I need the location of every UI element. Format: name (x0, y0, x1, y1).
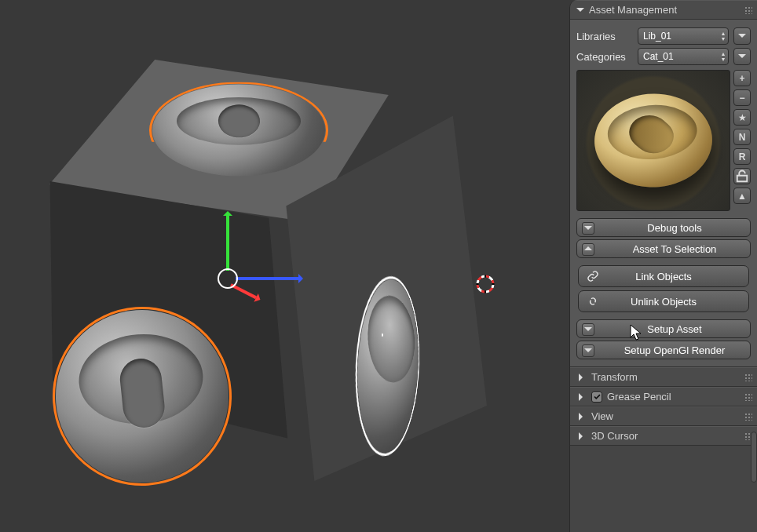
chevron-down-icon (738, 34, 746, 42)
origin-dot (141, 372, 144, 375)
grease-title: Grease Pencil (607, 391, 671, 403)
unlink-objects-label: Unlink Objects (631, 296, 697, 308)
expand-icon (579, 393, 587, 401)
libraries-label: Libraries (576, 31, 633, 42)
drag-grip-icon[interactable] (744, 6, 752, 14)
chevron-up-icon (582, 243, 594, 256)
panel-header-view[interactable]: View (570, 406, 757, 426)
check-icon (593, 392, 602, 401)
link-icon (587, 270, 599, 285)
setup-render-label: Setup OpenGl Render (624, 344, 726, 356)
debug-tools-button[interactable]: Debug tools (576, 218, 751, 237)
asset-preview[interactable] (576, 70, 730, 211)
link-objects-label: Link Objects (635, 271, 692, 282)
grease-pencil-checkbox[interactable] (591, 392, 602, 403)
categories-value: Cat_01 (643, 51, 674, 62)
updown-icon: ▴▾ (722, 51, 725, 62)
asset-to-selection-label: Asset To Selection (633, 243, 717, 255)
asset-to-selection-button[interactable]: Asset To Selection (576, 239, 751, 258)
asset-thumbnail (589, 89, 718, 192)
origin-dot (236, 134, 239, 137)
drag-grip-icon[interactable] (744, 373, 752, 381)
gizmo-center[interactable] (218, 268, 238, 289)
libraries-dropdown[interactable]: Lib_01 ▴▾ (638, 27, 729, 45)
viewport-3d[interactable] (0, 0, 569, 532)
categories-label: Categories (576, 51, 633, 63)
properties-panel: Asset Management Libraries Lib_01 ▴▾ Cat… (569, 0, 757, 532)
panel-scrollbar[interactable] (751, 432, 757, 483)
drag-grip-icon[interactable] (744, 393, 752, 401)
add-button[interactable]: + (733, 70, 751, 86)
panel-title: Asset Management (589, 4, 677, 16)
gizmo-axis-y[interactable] (236, 277, 298, 280)
unlink-objects-button[interactable]: Unlink Objects (578, 290, 749, 312)
preview-toolbar: + − ★ N R ▲ (733, 70, 751, 211)
n-button[interactable]: N (733, 129, 751, 145)
libraries-value: Lib_01 (643, 31, 671, 42)
updown-icon: ▴▾ (722, 31, 725, 42)
chevron-down-icon (582, 222, 594, 235)
asset-management-body: Libraries Lib_01 ▴▾ Categories Cat_01 ▴▾ (570, 20, 757, 367)
panel-header-grease-pencil[interactable]: Grease Pencil (570, 387, 757, 406)
panel-header-transform[interactable]: Transform (570, 367, 757, 387)
unlink-icon (587, 295, 599, 310)
lock-button[interactable] (733, 168, 751, 184)
panel-header-3d-cursor[interactable]: 3D Cursor (570, 426, 757, 446)
gizmo-axis-z[interactable] (226, 216, 229, 271)
expand-icon (579, 432, 587, 440)
remove-button[interactable]: − (733, 89, 751, 106)
transform-title: Transform (591, 371, 638, 383)
debug-tools-label: Debug tools (647, 222, 701, 234)
categories-menu-button[interactable] (733, 48, 751, 65)
chevron-down-icon (738, 54, 746, 62)
knob-top[interactable] (152, 85, 325, 177)
view-title: View (591, 410, 613, 422)
unlock-icon (734, 169, 750, 184)
cursor-title: 3D Cursor (591, 430, 638, 442)
chevron-down-icon (582, 344, 594, 357)
cursor-3d[interactable] (476, 275, 495, 293)
favorite-button[interactable]: ★ (733, 109, 751, 126)
setup-asset-button[interactable]: Setup Asset (576, 319, 751, 338)
drag-grip-icon[interactable] (744, 413, 752, 421)
r-button[interactable]: R (733, 148, 751, 165)
setup-opengl-render-button[interactable]: Setup OpenGl Render (576, 341, 751, 359)
up-button[interactable]: ▲ (733, 188, 751, 204)
collapse-icon (576, 8, 584, 16)
link-objects-button[interactable]: Link Objects (578, 265, 749, 287)
chevron-down-icon (582, 323, 594, 336)
categories-dropdown[interactable]: Cat_01 ▴▾ (638, 48, 729, 65)
expand-icon (579, 413, 587, 421)
libraries-menu-button[interactable] (733, 27, 751, 45)
expand-icon (579, 373, 587, 381)
setup-asset-label: Setup Asset (647, 323, 701, 335)
origin-dot (382, 333, 383, 337)
panel-header-asset-management[interactable]: Asset Management (570, 0, 757, 20)
